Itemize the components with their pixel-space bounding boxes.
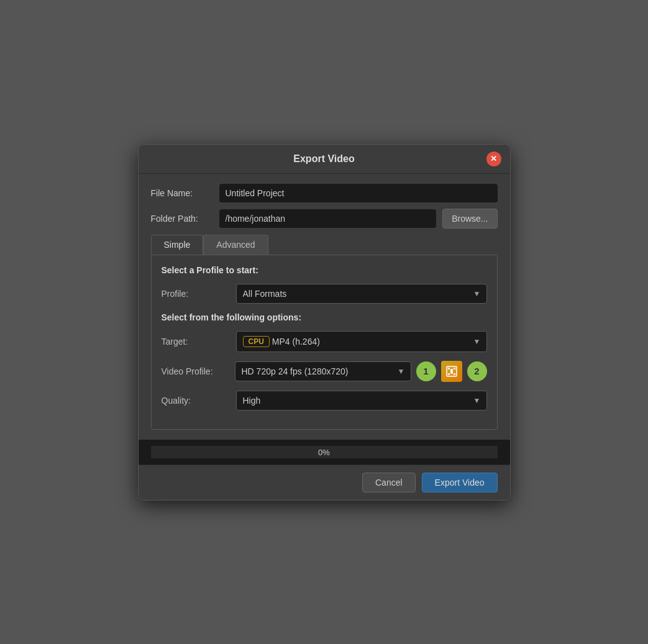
svg-rect-6 <box>450 369 453 374</box>
options-section-title: Select from the following options: <box>162 312 487 322</box>
annotation-badge-2: 2 <box>467 361 487 381</box>
quality-select-wrapper: High ▼ <box>236 391 487 410</box>
tab-content-simple: Select a Profile to start: Profile: All … <box>151 255 498 430</box>
target-row: Target: CPU MP4 (h.264) ▼ <box>162 331 487 352</box>
folder-path-row: Folder Path: Browse... <box>151 209 498 229</box>
folder-path-label: Folder Path: <box>151 214 213 224</box>
progress-area: 0% <box>139 440 510 465</box>
video-profile-row: Video Profile: HD 720p 24 fps (1280x720)… <box>162 361 487 382</box>
tab-advanced[interactable]: Advanced <box>203 235 268 255</box>
progress-text: 0% <box>318 447 330 456</box>
svg-rect-2 <box>448 368 450 370</box>
file-name-input[interactable] <box>219 184 498 202</box>
tab-simple[interactable]: Simple <box>151 235 204 255</box>
folder-path-input[interactable] <box>219 209 437 228</box>
file-name-label: File Name: <box>151 188 213 198</box>
title-bar: Export Video ✕ <box>139 145 510 174</box>
target-label: Target: <box>162 337 230 347</box>
profile-select-wrapper: All Formats ▼ <box>236 284 487 304</box>
export-video-button[interactable]: Export Video <box>422 473 498 492</box>
dialog-footer: Cancel Export Video <box>139 465 510 500</box>
svg-rect-4 <box>448 373 450 375</box>
profile-row: Profile: All Formats ▼ <box>162 284 487 304</box>
svg-rect-5 <box>454 373 455 375</box>
quality-label: Quality: <box>162 396 230 406</box>
tabs-container: Simple Advanced Select a Profile to star… <box>151 235 498 430</box>
profile-label: Profile: <box>162 289 230 299</box>
browse-button[interactable]: Browse... <box>442 209 497 229</box>
profile-section-title: Select a Profile to start: <box>162 265 487 275</box>
dialog-title: Export Video <box>293 153 354 165</box>
quality-select[interactable]: High <box>236 391 487 410</box>
tabs-header: Simple Advanced <box>151 235 498 255</box>
progress-bar-container: 0% <box>151 446 498 458</box>
target-value: MP4 (h.264) <box>272 337 320 347</box>
video-profile-select-wrapper: HD 720p 24 fps (1280x720) ▼ <box>235 361 411 381</box>
export-video-dialog: Export Video ✕ File Name: Folder Path: B… <box>138 144 511 501</box>
dialog-body: File Name: Folder Path: Browse... Simple… <box>139 174 510 440</box>
svg-rect-3 <box>454 368 455 370</box>
video-profile-select[interactable]: HD 720p 24 fps (1280x720) <box>235 361 411 381</box>
cpu-badge: CPU <box>243 336 270 347</box>
file-name-row: File Name: <box>151 184 498 202</box>
close-button[interactable]: ✕ <box>486 152 501 166</box>
target-content[interactable]: CPU MP4 (h.264) <box>236 331 487 352</box>
target-select-wrapper: CPU MP4 (h.264) ▼ <box>236 331 487 352</box>
film-icon <box>446 366 457 377</box>
video-profile-label: Video Profile: <box>162 366 230 376</box>
quality-row: Quality: High ▼ <box>162 391 487 410</box>
film-icon-button[interactable] <box>441 361 462 382</box>
annotation-badge-1: 1 <box>416 361 436 381</box>
cancel-button[interactable]: Cancel <box>362 473 416 492</box>
profile-select[interactable]: All Formats <box>236 284 487 304</box>
